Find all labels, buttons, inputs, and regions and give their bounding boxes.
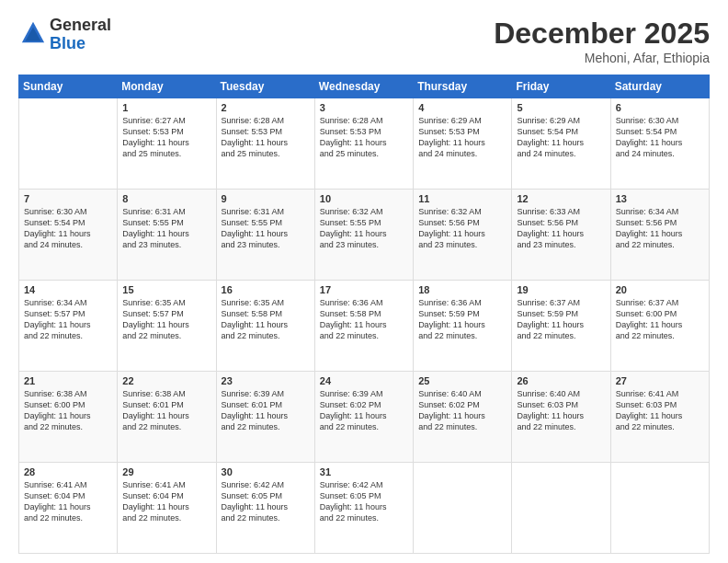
day-number: 16 (222, 284, 310, 295)
day-number: 4 (418, 102, 506, 113)
day-number: 28 (24, 466, 112, 477)
day-info: Sunrise: 6:39 AM Sunset: 6:02 PM Dayligh… (320, 388, 408, 433)
day-info: Sunrise: 6:40 AM Sunset: 6:03 PM Dayligh… (517, 388, 605, 433)
calendar-cell (610, 463, 709, 554)
calendar-day-header: Wednesday (314, 75, 413, 98)
calendar-header-row: SundayMondayTuesdayWednesdayThursdayFrid… (19, 75, 710, 98)
day-info: Sunrise: 6:31 AM Sunset: 5:55 PM Dayligh… (122, 206, 210, 251)
day-number: 13 (616, 193, 704, 204)
calendar-cell: 26Sunrise: 6:40 AM Sunset: 6:03 PM Dayli… (512, 372, 610, 463)
calendar-cell: 29Sunrise: 6:41 AM Sunset: 6:04 PM Dayli… (118, 463, 216, 554)
calendar-cell: 13Sunrise: 6:34 AM Sunset: 5:56 PM Dayli… (610, 190, 709, 281)
day-info: Sunrise: 6:40 AM Sunset: 6:02 PM Dayligh… (418, 388, 506, 433)
day-number: 24 (320, 375, 408, 386)
day-info: Sunrise: 6:39 AM Sunset: 6:01 PM Dayligh… (222, 388, 310, 433)
day-number: 21 (24, 375, 112, 386)
day-info: Sunrise: 6:33 AM Sunset: 5:56 PM Dayligh… (517, 206, 605, 251)
day-number: 8 (122, 193, 210, 204)
calendar-cell: 22Sunrise: 6:38 AM Sunset: 6:01 PM Dayli… (118, 372, 216, 463)
calendar-week-row: 1Sunrise: 6:27 AM Sunset: 5:53 PM Daylig… (19, 98, 710, 190)
calendar-cell: 15Sunrise: 6:35 AM Sunset: 5:57 PM Dayli… (118, 281, 216, 372)
day-info: Sunrise: 6:41 AM Sunset: 6:04 PM Dayligh… (122, 479, 210, 524)
calendar-cell: 27Sunrise: 6:41 AM Sunset: 6:03 PM Dayli… (610, 372, 709, 463)
title-block: December 2025 Mehoni, Afar, Ethiopia (494, 17, 710, 65)
day-number: 31 (320, 466, 408, 477)
day-number: 18 (418, 284, 506, 295)
calendar-cell: 3Sunrise: 6:28 AM Sunset: 5:53 PM Daylig… (314, 98, 413, 190)
calendar-cell: 17Sunrise: 6:36 AM Sunset: 5:58 PM Dayli… (314, 281, 413, 372)
calendar-cell: 16Sunrise: 6:35 AM Sunset: 5:58 PM Dayli… (216, 281, 314, 372)
calendar-cell: 6Sunrise: 6:30 AM Sunset: 5:54 PM Daylig… (610, 98, 709, 190)
logo-text: General Blue (50, 17, 111, 53)
day-number: 5 (517, 102, 605, 113)
day-number: 23 (222, 375, 310, 386)
calendar-table: SundayMondayTuesdayWednesdayThursdayFrid… (18, 75, 710, 554)
day-number: 29 (122, 466, 210, 477)
day-number: 11 (418, 193, 506, 204)
day-info: Sunrise: 6:36 AM Sunset: 5:58 PM Dayligh… (320, 297, 408, 342)
day-info: Sunrise: 6:42 AM Sunset: 6:05 PM Dayligh… (222, 479, 310, 524)
day-info: Sunrise: 6:34 AM Sunset: 5:56 PM Dayligh… (616, 206, 704, 251)
calendar-day-header: Thursday (414, 75, 512, 98)
calendar-cell: 8Sunrise: 6:31 AM Sunset: 5:55 PM Daylig… (118, 190, 216, 281)
day-info: Sunrise: 6:27 AM Sunset: 5:53 PM Dayligh… (122, 115, 210, 160)
calendar-cell: 9Sunrise: 6:31 AM Sunset: 5:55 PM Daylig… (216, 190, 314, 281)
day-info: Sunrise: 6:30 AM Sunset: 5:54 PM Dayligh… (24, 206, 112, 251)
header: General Blue December 2025 Mehoni, Afar,… (18, 17, 710, 65)
calendar-cell: 23Sunrise: 6:39 AM Sunset: 6:01 PM Dayli… (216, 372, 314, 463)
calendar-cell (512, 463, 610, 554)
day-number: 19 (517, 284, 605, 295)
calendar-cell: 10Sunrise: 6:32 AM Sunset: 5:55 PM Dayli… (314, 190, 413, 281)
day-number: 14 (24, 284, 112, 295)
day-number: 27 (616, 375, 704, 386)
calendar-cell: 20Sunrise: 6:37 AM Sunset: 6:00 PM Dayli… (610, 281, 709, 372)
day-info: Sunrise: 6:41 AM Sunset: 6:04 PM Dayligh… (24, 479, 112, 524)
day-number: 17 (320, 284, 408, 295)
calendar-week-row: 21Sunrise: 6:38 AM Sunset: 6:00 PM Dayli… (19, 372, 710, 463)
logo-blue: Blue (50, 34, 85, 52)
day-number: 3 (320, 102, 408, 113)
day-info: Sunrise: 6:34 AM Sunset: 5:57 PM Dayligh… (24, 297, 112, 342)
logo-general: General (50, 16, 111, 34)
calendar-cell: 25Sunrise: 6:40 AM Sunset: 6:02 PM Dayli… (414, 372, 512, 463)
calendar-cell: 4Sunrise: 6:29 AM Sunset: 5:53 PM Daylig… (414, 98, 512, 190)
day-number: 30 (222, 466, 310, 477)
calendar-cell: 24Sunrise: 6:39 AM Sunset: 6:02 PM Dayli… (314, 372, 413, 463)
month-title: December 2025 (494, 17, 710, 51)
day-info: Sunrise: 6:31 AM Sunset: 5:55 PM Dayligh… (222, 206, 310, 251)
day-number: 6 (616, 102, 704, 113)
day-info: Sunrise: 6:36 AM Sunset: 5:59 PM Dayligh… (418, 297, 506, 342)
day-number: 20 (616, 284, 704, 295)
day-number: 1 (122, 102, 210, 113)
day-info: Sunrise: 6:32 AM Sunset: 5:55 PM Dayligh… (320, 206, 408, 251)
day-number: 2 (222, 102, 310, 113)
calendar-cell: 5Sunrise: 6:29 AM Sunset: 5:54 PM Daylig… (512, 98, 610, 190)
calendar-week-row: 14Sunrise: 6:34 AM Sunset: 5:57 PM Dayli… (19, 281, 710, 372)
calendar-week-row: 28Sunrise: 6:41 AM Sunset: 6:04 PM Dayli… (19, 463, 710, 554)
day-info: Sunrise: 6:41 AM Sunset: 6:03 PM Dayligh… (616, 388, 704, 433)
day-info: Sunrise: 6:42 AM Sunset: 6:05 PM Dayligh… (320, 479, 408, 524)
calendar-day-header: Saturday (610, 75, 709, 98)
calendar-cell: 7Sunrise: 6:30 AM Sunset: 5:54 PM Daylig… (19, 190, 118, 281)
calendar-cell: 21Sunrise: 6:38 AM Sunset: 6:00 PM Dayli… (19, 372, 118, 463)
calendar-cell: 30Sunrise: 6:42 AM Sunset: 6:05 PM Dayli… (216, 463, 314, 554)
calendar-day-header: Friday (512, 75, 610, 98)
day-number: 12 (517, 193, 605, 204)
day-info: Sunrise: 6:29 AM Sunset: 5:54 PM Dayligh… (517, 115, 605, 160)
day-number: 25 (418, 375, 506, 386)
calendar-day-header: Monday (118, 75, 216, 98)
day-info: Sunrise: 6:38 AM Sunset: 6:01 PM Dayligh… (122, 388, 210, 433)
calendar-day-header: Tuesday (216, 75, 314, 98)
day-info: Sunrise: 6:38 AM Sunset: 6:00 PM Dayligh… (24, 388, 112, 433)
day-info: Sunrise: 6:28 AM Sunset: 5:53 PM Dayligh… (222, 115, 310, 160)
day-number: 7 (24, 193, 112, 204)
calendar-cell: 1Sunrise: 6:27 AM Sunset: 5:53 PM Daylig… (118, 98, 216, 190)
calendar-cell: 14Sunrise: 6:34 AM Sunset: 5:57 PM Dayli… (19, 281, 118, 372)
day-number: 10 (320, 193, 408, 204)
calendar-cell: 28Sunrise: 6:41 AM Sunset: 6:04 PM Dayli… (19, 463, 118, 554)
subtitle: Mehoni, Afar, Ethiopia (494, 51, 710, 65)
day-number: 15 (122, 284, 210, 295)
calendar-cell: 31Sunrise: 6:42 AM Sunset: 6:05 PM Dayli… (314, 463, 413, 554)
calendar-cell (414, 463, 512, 554)
day-number: 9 (222, 193, 310, 204)
